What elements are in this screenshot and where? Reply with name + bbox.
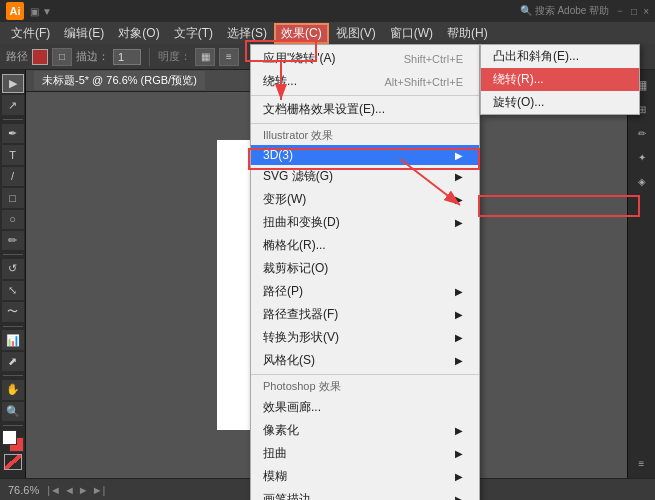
nav-prev[interactable]: ◄ <box>64 484 75 496</box>
convert-shape-item[interactable]: 转换为形状(V) ▶ <box>251 326 479 349</box>
select-tool[interactable]: ▶ <box>2 74 24 93</box>
fg-bg-swatches[interactable] <box>2 430 24 452</box>
slice-tool[interactable]: ⬈ <box>2 352 24 371</box>
tool-separator-3 <box>3 326 23 327</box>
brush-tool[interactable]: ✏ <box>2 231 24 250</box>
title-icons-left: ▣ ▼ <box>30 6 52 17</box>
rotate-tool[interactable]: ↺ <box>2 259 24 278</box>
3d-submenu-item[interactable]: 3D(3) ▶ <box>251 145 479 165</box>
rect-tool[interactable]: □ <box>2 188 24 207</box>
svg-filters-item[interactable]: SVG 滤镜(G) ▶ <box>251 165 479 188</box>
color-swatches <box>2 430 24 474</box>
apply-revolve-item[interactable]: 应用"绕转"(A) Shift+Ctrl+E <box>251 47 479 70</box>
effects-section-illustrator: Illustrator 效果 3D(3) ▶ SVG 滤镜(G) ▶ 变形(W)… <box>251 124 479 375</box>
panel-collapse-btn[interactable]: ≡ <box>631 452 653 474</box>
path-label: 路径 <box>6 49 28 64</box>
effects-section-2: 文档栅格效果设置(E)... <box>251 96 479 124</box>
direct-select-tool[interactable]: ↗ <box>2 95 24 114</box>
revolve-dialog-item[interactable]: 绕转... Alt+Shift+Ctrl+E <box>251 70 479 93</box>
toolbar-extra: 明度： <box>158 49 191 64</box>
view-mode-icon[interactable]: ▦ <box>195 48 215 66</box>
revolve-item[interactable]: 绕转(R)... <box>481 68 639 91</box>
stroke-value-input[interactable] <box>113 49 141 65</box>
effects-section-photoshop: Photoshop 效果 效果画廊... 像素化 ▶ 扭曲 ▶ 模糊 ▶ 画笔描… <box>251 375 479 500</box>
menu-item-view[interactable]: 视图(V) <box>329 23 383 44</box>
tool-separator-5 <box>3 425 23 426</box>
stroke-mode-icon[interactable]: □ <box>52 48 72 66</box>
menu-item-edit[interactable]: 编辑(E) <box>57 23 111 44</box>
right-panel: ▦ ⊞ ✏ ✦ ◈ ≡ <box>627 70 655 478</box>
left-toolbar: ▶ ↗ ✒ T / □ ○ ✏ ↺ ⤡ 〜 📊 ⬈ ✋ 🔍 <box>0 70 26 478</box>
nav-first[interactable]: |◄ <box>47 484 61 496</box>
brushes-btn[interactable]: ✏ <box>631 122 653 144</box>
stroke-color-swatch[interactable] <box>32 49 48 65</box>
menu-item-object[interactable]: 对象(O) <box>111 23 166 44</box>
hand-tool[interactable]: ✋ <box>2 380 24 399</box>
distort-transform-item[interactable]: 扭曲和变换(D) ▶ <box>251 211 479 234</box>
effects-section-1: 应用"绕转"(A) Shift+Ctrl+E 绕转... Alt+Shift+C… <box>251 45 479 96</box>
raster-effects-settings-item[interactable]: 文档栅格效果设置(E)... <box>251 98 479 121</box>
rasterize-item[interactable]: 椭格化(R)... <box>251 234 479 257</box>
menu-item-effect[interactable]: 效果(C) <box>274 23 329 44</box>
menu-bar: 文件(F) 编辑(E) 对象(O) 文字(T) 选择(S) 效果(C) 视图(V… <box>0 22 655 44</box>
toolbar-separator <box>149 48 150 66</box>
tool-separator-1 <box>3 119 23 120</box>
extrude-bevel-item[interactable]: 凸出和斜角(E)... <box>481 45 639 68</box>
tool-separator-4 <box>3 375 23 376</box>
pathfinder-item[interactable]: 路径查找器(F) ▶ <box>251 303 479 326</box>
blur-item[interactable]: 模糊 ▶ <box>251 465 479 488</box>
effects-dropdown-menu[interactable]: 应用"绕转"(A) Shift+Ctrl+E 绕转... Alt+Shift+C… <box>250 44 480 500</box>
effects-gallery-item[interactable]: 效果画廊... <box>251 396 479 419</box>
scale-tool[interactable]: ⤡ <box>2 281 24 300</box>
photoshop-effects-header: Photoshop 效果 <box>251 377 479 396</box>
tool-separator-2 <box>3 254 23 255</box>
stroke-label: 描边： <box>76 49 109 64</box>
canvas-tab-title[interactable]: 未标题-5* @ 76.6% (RGB/预览) <box>34 71 205 90</box>
appearance-btn[interactable]: ◈ <box>631 170 653 192</box>
nav-last[interactable]: ►| <box>92 484 106 496</box>
menu-item-help[interactable]: 帮助(H) <box>440 23 495 44</box>
title-bar: Ai ▣ ▼ 🔍 搜索 Adobe 帮助 － □ × <box>0 0 655 22</box>
brush-strokes-item[interactable]: 画笔描边 ▶ <box>251 488 479 500</box>
type-tool[interactable]: T <box>2 145 24 164</box>
distort-ps-item[interactable]: 扭曲 ▶ <box>251 442 479 465</box>
line-tool[interactable]: / <box>2 167 24 186</box>
menu-item-type[interactable]: 文字(T) <box>167 23 220 44</box>
rotate-3d-item[interactable]: 旋转(O)... <box>481 91 639 114</box>
fg-swatch <box>2 430 17 445</box>
crop-marks-item[interactable]: 裁剪标记(O) <box>251 257 479 280</box>
status-nav: |◄ ◄ ► ►| <box>47 484 105 496</box>
app-logo: Ai <box>6 2 24 20</box>
slash-none-icon <box>4 454 22 470</box>
pen-tool[interactable]: ✒ <box>2 124 24 143</box>
ellipse-tool[interactable]: ○ <box>2 210 24 229</box>
zoom-tool[interactable]: 🔍 <box>2 402 24 421</box>
pixelate-item[interactable]: 像素化 ▶ <box>251 419 479 442</box>
path-item[interactable]: 路径(P) ▶ <box>251 280 479 303</box>
illustrator-effects-header: Illustrator 效果 <box>251 126 479 145</box>
zoom-level: 76.6% <box>8 484 39 496</box>
menu-item-window[interactable]: 窗口(W) <box>383 23 440 44</box>
window-search: 🔍 搜索 Adobe 帮助 － □ × <box>520 4 649 18</box>
menu-item-select[interactable]: 选择(S) <box>220 23 274 44</box>
3d-submenu[interactable]: 凸出和斜角(E)... 绕转(R)... 旋转(O)... <box>480 44 640 115</box>
arrange-icon[interactable]: ≡ <box>219 48 239 66</box>
graph-tool[interactable]: 📊 <box>2 330 24 349</box>
warp-tool[interactable]: 〜 <box>2 302 24 321</box>
menu-item-file[interactable]: 文件(F) <box>4 23 57 44</box>
symbols-btn[interactable]: ✦ <box>631 146 653 168</box>
warp-item[interactable]: 变形(W) ▶ <box>251 188 479 211</box>
stylize-item[interactable]: 风格化(S) ▶ <box>251 349 479 372</box>
nav-next[interactable]: ► <box>78 484 89 496</box>
